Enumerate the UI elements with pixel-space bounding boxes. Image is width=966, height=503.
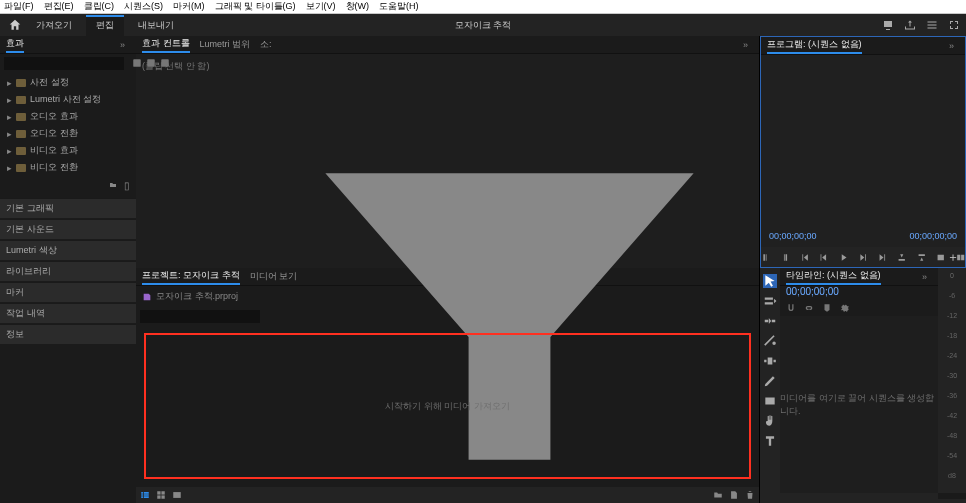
timecode-in[interactable]: 00;00;00;00 [769, 231, 817, 241]
snap-icon[interactable] [786, 303, 796, 313]
workspace-export[interactable]: 내보내기 [128, 15, 184, 36]
list-view-icon[interactable] [140, 490, 150, 500]
folder-audio-trans[interactable]: ▸오디오 전환 [4, 125, 132, 142]
svg-rect-5 [157, 495, 160, 498]
menu-window[interactable]: 창(W) [346, 0, 370, 13]
effects-search-input[interactable] [4, 57, 124, 70]
tab-timeline[interactable]: 타임라인: (시퀀스 없음) [786, 269, 881, 285]
workspace-menu-icon[interactable] [926, 19, 938, 31]
icon-view-icon[interactable] [156, 490, 166, 500]
timeline-options [780, 300, 938, 316]
media-dropzone[interactable]: 시작하기 위해 미디어 가져오기 [144, 333, 751, 479]
ripple-tool-icon[interactable] [763, 314, 777, 328]
tab-effect-controls[interactable]: 효과 컨트롤 [142, 37, 190, 53]
razor-tool-icon[interactable] [763, 334, 777, 348]
section-libraries[interactable]: 라이브러리 [0, 261, 136, 281]
menu-file[interactable]: 파일(F) [4, 0, 34, 13]
menu-marker[interactable]: 마커(M) [173, 0, 205, 13]
folder-presets[interactable]: ▸사전 설정 [4, 74, 132, 91]
type-tool-icon[interactable] [763, 434, 777, 448]
menu-help[interactable]: 도움말(H) [379, 0, 419, 13]
timeline-scrollbar[interactable] [780, 493, 938, 503]
meter-tick: -18 [947, 332, 957, 339]
timecode-out[interactable]: 00;00;00;00 [909, 231, 957, 241]
transport-bar: ＋ [761, 247, 965, 267]
project-panel: 프로젝트: 모자이크 추적 미디어 보기 모자이크 추적.prproj 시작하기… [136, 268, 760, 503]
pen-tool-icon[interactable] [763, 374, 777, 388]
tool-palette [760, 268, 780, 503]
meter-solo-bar[interactable] [938, 493, 966, 499]
track-select-tool-icon[interactable] [763, 294, 777, 308]
panel-menu-icon[interactable]: » [949, 41, 959, 51]
new-item-icon[interactable] [729, 490, 739, 500]
menu-edit[interactable]: 편집(E) [44, 0, 74, 13]
new-bin-icon[interactable] [108, 181, 118, 189]
step-back-icon[interactable] [819, 252, 828, 263]
share-icon[interactable] [904, 19, 916, 31]
folder-video-effects[interactable]: ▸비디오 효과 [4, 142, 132, 159]
go-to-in-icon[interactable] [800, 252, 809, 263]
folder-video-trans[interactable]: ▸비디오 전환 [4, 159, 132, 176]
tab-program[interactable]: 프로그램: (시퀀스 없음) [767, 38, 862, 54]
accelerated-icon[interactable] [132, 58, 142, 68]
panel-menu-icon[interactable]: » [922, 272, 932, 282]
tab-lumetri-scopes[interactable]: Lumetri 범위 [200, 38, 251, 51]
step-fwd-icon[interactable] [858, 252, 867, 263]
32bit-icon[interactable] [146, 58, 156, 68]
mark-out-icon[interactable] [780, 252, 789, 263]
delete-icon[interactable]: ▯ [124, 180, 130, 191]
section-essential-graphics[interactable]: 기본 그래픽 [0, 198, 136, 218]
workspace-import[interactable]: 가져오기 [26, 15, 82, 36]
folder-label: 오디오 효과 [30, 110, 78, 123]
settings-icon[interactable] [840, 303, 850, 313]
section-markers[interactable]: 마커 [0, 282, 136, 302]
yuv-icon[interactable] [160, 58, 170, 68]
selection-tool-icon[interactable] [763, 274, 777, 288]
workspace-edit[interactable]: 편집 [86, 15, 124, 36]
hand-tool-icon[interactable] [763, 414, 777, 428]
tab-effects[interactable]: 효과 [6, 37, 24, 53]
tab-project[interactable]: 프로젝트: 모자이크 추적 [142, 269, 240, 285]
linked-selection-icon[interactable] [804, 303, 814, 313]
home-icon[interactable] [8, 18, 22, 32]
timeline-dropzone[interactable]: 미디어를 여기로 끌어 시퀀스를 생성합니다. [780, 316, 938, 493]
lift-icon[interactable] [897, 252, 906, 263]
quick-export-icon[interactable] [882, 19, 894, 31]
panel-menu-icon[interactable]: » [743, 40, 753, 50]
section-history[interactable]: 작업 내역 [0, 303, 136, 323]
menu-clip[interactable]: 클립(C) [84, 0, 115, 13]
play-icon[interactable] [839, 252, 848, 263]
button-editor-icon[interactable]: ＋ [947, 249, 959, 266]
export-frame-icon[interactable] [936, 252, 945, 263]
project-search-input[interactable] [140, 310, 260, 323]
maximize-icon[interactable] [948, 19, 960, 31]
program-viewer[interactable]: 00;00;00;00 00;00;00;00 [761, 55, 965, 247]
section-info[interactable]: 정보 [0, 324, 136, 344]
menu-graphic[interactable]: 그래픽 및 타이틀(G) [215, 0, 296, 13]
freeform-view-icon[interactable] [172, 490, 182, 500]
svg-rect-4 [161, 491, 164, 494]
folder-audio-effects[interactable]: ▸오디오 효과 [4, 108, 132, 125]
slip-tool-icon[interactable] [763, 354, 777, 368]
folder-label: 사전 설정 [30, 76, 69, 89]
menu-seq[interactable]: 시퀀스(S) [124, 0, 163, 13]
rectangle-tool-icon[interactable] [763, 394, 777, 408]
go-to-out-icon[interactable] [878, 252, 887, 263]
folder-lumetri-presets[interactable]: ▸Lumetri 사전 설정 [4, 91, 132, 108]
mark-in-icon[interactable] [761, 252, 770, 263]
meter-tick: 0 [950, 272, 954, 279]
trash-icon[interactable] [745, 490, 755, 500]
new-bin-icon[interactable] [713, 490, 723, 500]
workspace-bar: 가져오기 편집 내보내기 모자이크 추적 [0, 14, 966, 36]
section-lumetri-color[interactable]: Lumetri 색상 [0, 240, 136, 260]
section-essential-sound[interactable]: 기본 사운드 [0, 219, 136, 239]
marker-add-icon[interactable] [822, 303, 832, 313]
svg-rect-2 [161, 59, 169, 67]
meter-tick: -30 [947, 372, 957, 379]
extract-icon[interactable] [917, 252, 926, 263]
meter-tick: d8 [948, 472, 956, 479]
menu-view[interactable]: 보기(V) [306, 0, 336, 13]
panel-menu-icon[interactable]: » [120, 40, 130, 50]
audio-meters: 0 -6 -12 -18 -24 -30 -36 -42 -48 -54 d8 [938, 268, 966, 503]
timeline-timecode[interactable]: 00;00;00;00 [780, 286, 938, 300]
